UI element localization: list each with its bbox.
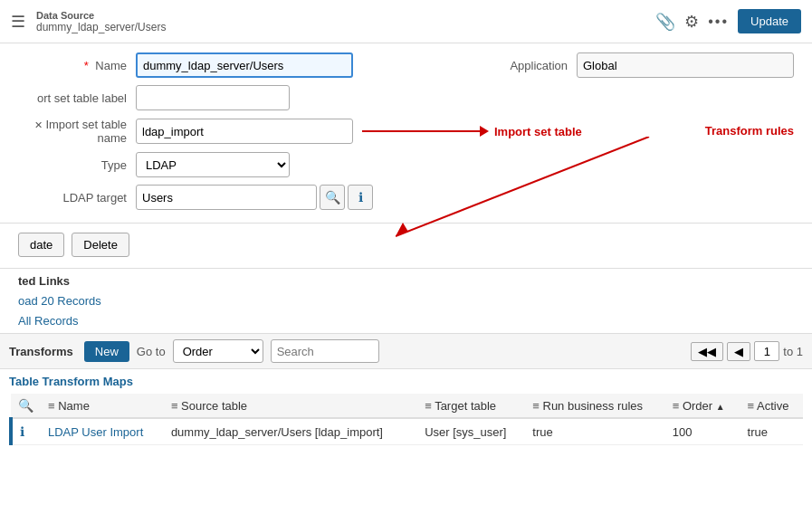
first-page-button[interactable]: ◀◀ — [691, 342, 723, 361]
goto-label: Go to — [137, 345, 166, 358]
sliders-icon[interactable]: ⚙ — [684, 12, 699, 32]
tab-transforms-label: Transforms — [9, 345, 73, 358]
table-search-icon[interactable]: 🔍 — [18, 398, 33, 413]
btn-area: date Delete Transform rules — [0, 224, 812, 269]
th-active[interactable]: ≡ Active — [740, 394, 803, 418]
th-name-sort-icon: ≡ — [48, 399, 55, 413]
transform-rules-annotation-container: Transform rules — [705, 124, 794, 138]
name-input[interactable] — [136, 52, 353, 78]
table-title[interactable]: Table Transform Maps — [9, 375, 803, 388]
header-actions: 📎 ⚙ ••• Update — [655, 9, 801, 33]
related-links-section: ted Links oad 20 Records All Records — [0, 269, 812, 334]
ldap-search-icon[interactable]: 🔍 — [320, 185, 345, 210]
td-active: true — [740, 418, 803, 445]
table-row: ℹ LDAP User Import dummy_ldap_server/Use… — [11, 418, 803, 445]
import-set-table-name-input[interactable] — [136, 119, 353, 144]
transform-rules-label: Transform rules — [705, 124, 794, 138]
td-info: ℹ — [11, 418, 41, 445]
name-label: * Name — [18, 59, 136, 72]
td-source: dummy_ldap_server/Users [ldap_import] — [164, 418, 417, 445]
datasource-sub: dummy_ldap_server/Users — [36, 21, 655, 33]
delete-button[interactable]: Delete — [72, 233, 129, 257]
table-section: Table Transform Maps 🔍 ≡ Name ≡ Source t… — [0, 369, 812, 451]
datasource-label: Data Source — [36, 10, 655, 21]
th-target[interactable]: ≡ Target table — [417, 394, 525, 418]
data-table: 🔍 ≡ Name ≡ Source table ≡ Target table ≡… — [9, 394, 803, 445]
td-name: LDAP User Import — [41, 418, 164, 445]
th-name[interactable]: ≡ Name — [41, 394, 164, 418]
menu-icon[interactable]: ☰ — [11, 12, 25, 32]
import-set-annotation: Import set table — [494, 125, 582, 138]
load-20-records-link[interactable]: oad 20 Records — [18, 291, 812, 311]
th-source[interactable]: ≡ Source table — [164, 394, 417, 418]
header-title-block: Data Source dummy_ldap_server/Users — [36, 10, 655, 33]
goto-select[interactable]: Order — [173, 339, 263, 363]
th-order[interactable]: ≡ Order ▲ — [665, 394, 740, 418]
th-run-rules[interactable]: ≡ Run business rules — [525, 394, 664, 418]
prev-page-button[interactable]: ◀ — [727, 342, 750, 361]
table-header-row: 🔍 ≡ Name ≡ Source table ≡ Target table ≡… — [11, 394, 803, 418]
more-icon[interactable]: ••• — [708, 14, 729, 30]
type-select[interactable]: LDAP — [136, 152, 290, 177]
pagination: ◀◀ ◀ to 1 — [691, 341, 803, 361]
update-action-button[interactable]: date — [18, 233, 64, 257]
ldap-target-input[interactable] — [136, 185, 317, 210]
row-info-icon[interactable]: ℹ — [20, 424, 24, 439]
row-name-link[interactable]: LDAP User Import — [48, 425, 143, 439]
th-run-rules-sort-icon: ≡ — [532, 399, 540, 413]
sort-asc-icon: ▲ — [716, 402, 725, 412]
name-row: * Name Application — [18, 52, 794, 78]
import-set-table-name-label: ✕ Import set table name — [18, 118, 136, 145]
import-table-row: ✕ Import set table name Import set table — [18, 118, 794, 145]
td-order: 100 — [665, 418, 740, 445]
th-active-sort-icon: ≡ — [748, 399, 755, 413]
page-to-label: to 1 — [783, 345, 803, 358]
app-input[interactable] — [577, 52, 794, 78]
paperclip-icon[interactable]: 📎 — [655, 12, 675, 32]
th-source-sort-icon: ≡ — [171, 399, 178, 413]
ldap-info-icon[interactable]: ℹ — [348, 185, 373, 210]
form-area: * Name Application ort set table label ✕… — [0, 43, 812, 224]
td-target: User [sys_user] — [417, 418, 525, 445]
import-set-label-input[interactable] — [136, 85, 290, 110]
th-order-sort-icon: ≡ — [673, 399, 680, 413]
header: ☰ Data Source dummy_ldap_server/Users 📎 … — [0, 0, 812, 43]
th-search: 🔍 — [11, 394, 41, 418]
tab-bar: Transforms New Go to Order ◀◀ ◀ to 1 — [0, 334, 812, 369]
btn-row: date Delete — [18, 227, 812, 264]
th-target-sort-icon: ≡ — [425, 399, 432, 413]
related-links-title: ted Links — [18, 274, 812, 288]
type-label: Type — [18, 158, 136, 172]
td-run-rules: true — [525, 418, 664, 445]
update-button[interactable]: Update — [738, 9, 801, 33]
app-label: Application — [486, 59, 577, 72]
ldap-target-group: 🔍 ℹ — [136, 185, 373, 210]
ldap-target-row: LDAP target 🔍 ℹ — [18, 185, 794, 210]
type-row: Type LDAP — [18, 152, 794, 177]
import-label-row: ort set table label — [18, 85, 794, 110]
new-transform-button[interactable]: New — [84, 341, 129, 362]
page-number-input[interactable] — [754, 341, 779, 361]
search-input[interactable] — [271, 339, 379, 363]
required-star: * — [84, 59, 89, 72]
ldap-target-label: LDAP target — [18, 191, 136, 205]
import-set-label-label: ort set table label — [18, 91, 136, 105]
all-records-link[interactable]: All Records — [18, 311, 812, 331]
